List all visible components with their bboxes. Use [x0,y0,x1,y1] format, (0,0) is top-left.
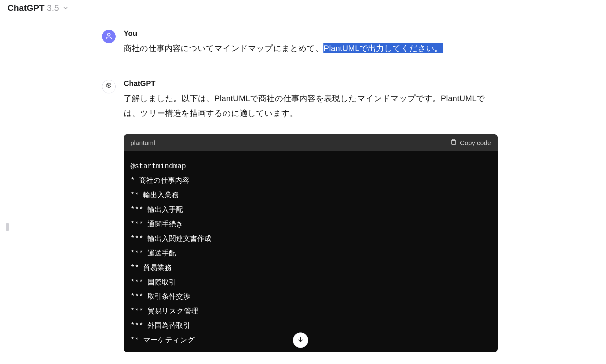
code-block: plantuml Copy code @startmindmap * 商社の仕事… [124,134,498,352]
person-icon [105,32,113,41]
user-message-body: You 商社の仕事内容についてマインドマップにまとめて、PlantUMLで出力し… [124,29,501,56]
code-language-label: plantuml [130,139,155,147]
app-title: ChatGPT [7,3,45,13]
arrow-down-icon [297,336,304,345]
user-text-selection: PlantUMLで出力してください。 [323,43,443,53]
user-author-label: You [124,29,501,38]
code-content[interactable]: @startmindmap * 商社の仕事内容 ** 輸出入業務 *** 輸出入… [124,151,498,352]
openai-icon [105,82,113,92]
user-text-plain: 商社の仕事内容についてマインドマップにまとめて、 [124,44,323,53]
assistant-message: ChatGPT 了解しました。以下は、PlantUMLで商社の仕事内容を表現した… [102,79,501,352]
user-message-text: 商社の仕事内容についてマインドマップにまとめて、PlantUMLで出力してくださ… [124,41,501,56]
model-version[interactable]: 3.5 [47,3,59,13]
user-avatar [102,30,116,43]
clipboard-icon [450,139,457,147]
copy-code-button[interactable]: Copy code [450,139,491,147]
assistant-avatar [102,80,116,93]
code-block-header: plantuml Copy code [124,134,498,151]
chevron-down-icon[interactable] [62,5,69,11]
conversation: You 商社の仕事内容についてマインドマップにまとめて、PlantUMLで出力し… [102,29,501,352]
assistant-author-label: ChatGPT [124,79,501,88]
left-scrollbar[interactable] [6,223,9,231]
copy-code-label: Copy code [460,139,491,147]
scroll-down-button[interactable] [293,332,308,348]
assistant-message-text: 了解しました。以下は、PlantUMLで商社の仕事内容を表現したマインドマップで… [124,91,501,121]
app-header: ChatGPT 3.5 [0,0,606,16]
assistant-message-body: ChatGPT 了解しました。以下は、PlantUMLで商社の仕事内容を表現した… [124,79,501,352]
svg-point-0 [108,33,110,36]
user-message: You 商社の仕事内容についてマインドマップにまとめて、PlantUMLで出力し… [102,29,501,56]
